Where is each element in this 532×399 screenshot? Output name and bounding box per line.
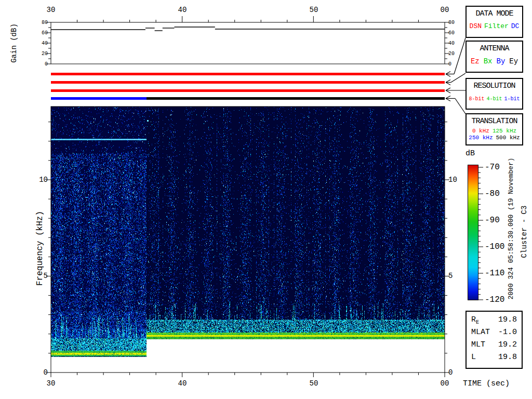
data-mode-bar-segment: [51, 73, 445, 75]
ephemeris-panel: RE 19.8 MLAT -1.0 MLT 19.2 L 19.8: [466, 311, 523, 369]
panel-data-mode-title: DATA MODE: [467, 9, 522, 18]
gain-tick-label: 60: [37, 30, 48, 36]
resolution-option-8bit: 8-bit: [469, 96, 484, 102]
antenna-option-by: By: [497, 57, 506, 65]
ephemeris-row-l: L 19.8: [471, 353, 517, 365]
panel-data-mode: DATA MODE DSN Filter DC: [466, 6, 523, 38]
translation-option-500khz: 500 kHz: [496, 135, 520, 141]
x-tick-label-top: 00: [436, 6, 453, 14]
panel-antenna: ANTENNA Ez Bx By Ey: [466, 41, 523, 73]
ephemeris-row-re: RE 19.8: [471, 315, 517, 328]
panel-resolution: RESOLUTION 8-bit 4-bit 1-bit: [466, 78, 523, 110]
translation-bar-segment: [51, 97, 147, 100]
x-tick-label-bottom: 50: [305, 379, 322, 388]
gain-tick-label: 60: [448, 30, 460, 36]
gain-tick-label: 20: [37, 51, 48, 57]
ephemeris-value: -1.0: [498, 328, 517, 340]
ephemeris-row-mlat: MLAT -1.0: [471, 328, 517, 340]
colorbar-gradient: [468, 165, 478, 300]
x-tick-label-bottom: 40: [174, 379, 191, 388]
freq-tick-label: 5: [30, 272, 48, 280]
gain-tick-label: 20: [448, 51, 460, 57]
x-tick-label-bottom: 00: [436, 379, 453, 388]
antenna-bar-segment: [51, 81, 445, 84]
spacecraft-annotation: Cluster - C3: [520, 206, 528, 258]
ephemeris-label: RE: [471, 315, 479, 328]
time-axis-label: TIME (sec): [463, 379, 510, 388]
translation-option-0khz: 0 kHz: [472, 128, 489, 134]
ephemeris-row-mlt: MLT 19.2: [471, 340, 517, 353]
resolution-bar-segment: [51, 89, 445, 92]
x-tick-label-bottom: 30: [43, 379, 59, 388]
panel-antenna-title: ANTENNA: [467, 44, 522, 53]
ephemeris-value: 19.8: [498, 315, 517, 328]
panel-translation-title: TRANSLATION: [467, 117, 522, 126]
translation-option-125khz: 125 kHz: [493, 128, 516, 134]
data-mode-option-dc: DC: [511, 22, 520, 30]
panel-resolution-title: RESOLUTION: [467, 82, 522, 90]
gain-axis-label: Gain (dB): [10, 23, 18, 63]
x-tick-label-top: 30: [43, 6, 59, 14]
ephemeris-label: MLAT: [471, 328, 490, 340]
gain-tick-label: 80: [448, 20, 460, 25]
gain-tick-label: 0: [37, 61, 48, 67]
ephemeris-label-subscript: E: [476, 320, 479, 325]
freq-tick-label: 10: [30, 176, 48, 184]
gain-tick-label: 0: [448, 61, 460, 67]
translation-bar-segment: [147, 97, 445, 100]
resolution-option-1bit: 1-bit: [504, 96, 520, 102]
resolution-option-4bit: 4-bit: [486, 96, 502, 102]
data-mode-option-dsn: DSN: [470, 22, 482, 30]
spectrogram-canvas: [51, 107, 445, 373]
colorbar-unit-label: dB: [466, 149, 475, 158]
gain-tick-label: 40: [37, 41, 48, 46]
antenna-option-bx: Bx: [484, 57, 493, 65]
freq-tick-label: 0: [30, 368, 48, 377]
antenna-option-ey: Ey: [509, 57, 518, 65]
panel-translation: TRANSLATION 0 kHz 125 kHz 250 kHz 500 kH…: [466, 113, 523, 145]
data-mode-option-filter: Filter: [484, 22, 509, 30]
freq-tick-label: 0: [448, 368, 466, 377]
x-tick-label-top: 50: [305, 6, 322, 14]
gain-tick-label: 40: [448, 41, 460, 46]
wbd-spectrogram-page: 30 40 50 00 30 40 50 00 Gain (dB) 80 60 …: [0, 0, 532, 399]
timestamp-annotation: 2000 324 05:58:30.000 (19 November): [507, 157, 515, 299]
gain-tick-label: 80: [37, 20, 48, 25]
ephemeris-label: L: [471, 353, 476, 365]
antenna-option-ez: Ez: [471, 57, 480, 65]
freq-tick-label: 10: [448, 176, 466, 184]
freq-tick-label: 5: [448, 272, 466, 280]
ephemeris-value: 19.2: [498, 340, 517, 353]
translation-option-250khz: 250 kHz: [469, 135, 493, 141]
ephemeris-value: 19.8: [498, 353, 517, 365]
x-tick-label-top: 40: [174, 6, 191, 14]
ephemeris-label: MLT: [471, 340, 485, 353]
